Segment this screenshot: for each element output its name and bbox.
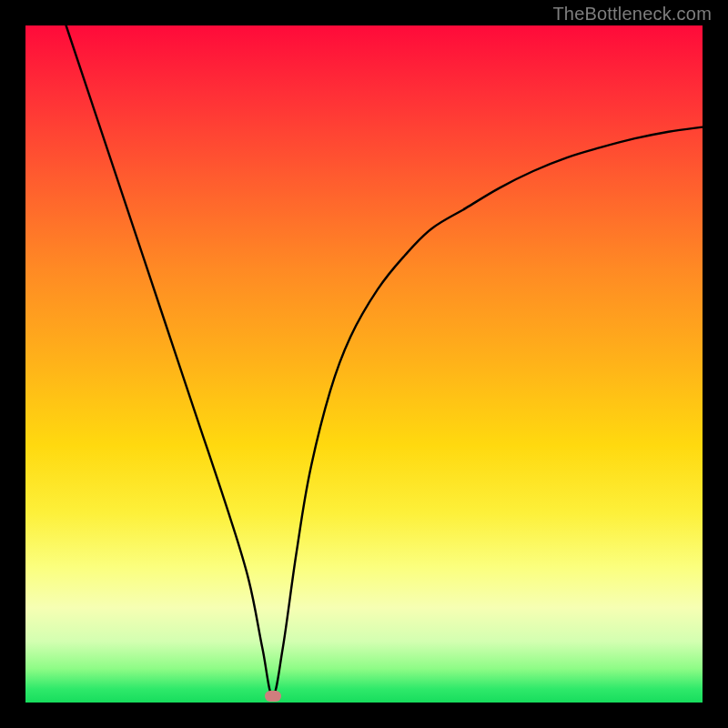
plot-area	[25, 25, 703, 703]
chart-frame: TheBottleneck.com	[0, 0, 728, 728]
bottleneck-curve	[25, 25, 703, 703]
watermark-text: TheBottleneck.com	[552, 4, 712, 25]
optimal-point-marker	[265, 691, 281, 702]
